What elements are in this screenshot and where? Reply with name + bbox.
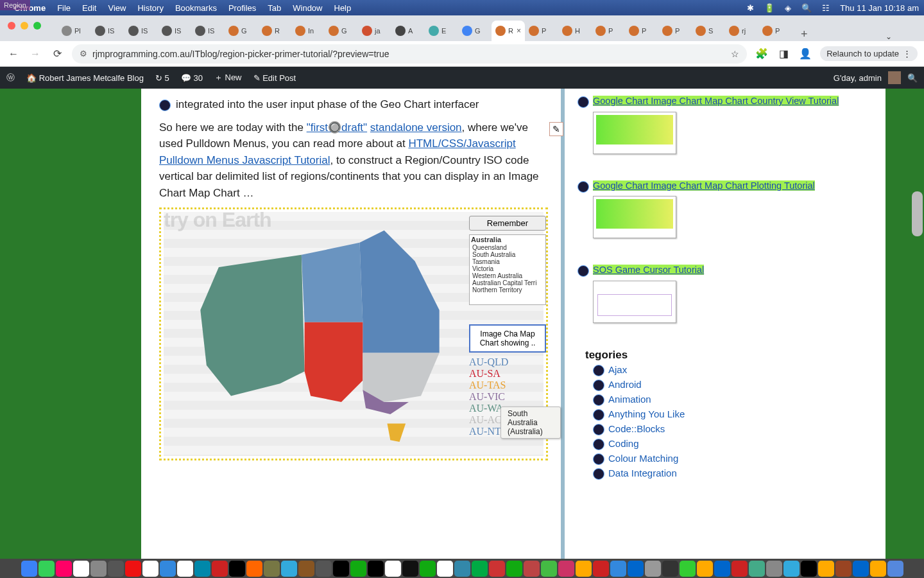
browser-tab[interactable]: IS (191, 21, 225, 41)
browser-tab[interactable]: IS (124, 21, 158, 41)
dock-app-icon[interactable] (316, 561, 332, 577)
category-link[interactable]: Android (593, 379, 873, 391)
dock-app-icon[interactable] (368, 561, 384, 577)
wp-updates[interactable]: ↻ 5 (155, 73, 169, 83)
sidebar-link-1[interactable]: Google Chart Image Chart Map Chart Count… (593, 95, 873, 154)
dock-app-icon[interactable] (333, 561, 349, 577)
region-select[interactable]: AustraliaQueenslandSouth AustraliaTasman… (469, 234, 546, 305)
browser-tab[interactable]: rj (725, 21, 758, 41)
site-info-icon[interactable]: ⚙ (80, 49, 87, 58)
menu-bookmarks[interactable]: Bookmarks (175, 3, 217, 13)
control-center-icon[interactable]: ☷ (822, 3, 830, 13)
dock-app-icon[interactable] (506, 561, 522, 577)
sidebar-thumb-1[interactable] (593, 112, 676, 154)
region-option[interactable]: Victoria (470, 265, 545, 272)
browser-tab[interactable]: S (692, 21, 725, 41)
dock-app-icon[interactable] (385, 561, 401, 577)
menu-profiles[interactable]: Profiles (228, 3, 256, 13)
menubar-clock[interactable]: Thu 11 Jan 10:18 am (840, 3, 919, 13)
browser-tab[interactable]: ja (358, 21, 391, 41)
menu-tab[interactable]: Tab (268, 3, 281, 13)
browser-tab[interactable]: H (558, 21, 592, 41)
browser-tab[interactable]: Pl (58, 21, 91, 41)
region-nsw[interactable] (363, 353, 439, 402)
forward-button[interactable]: → (28, 48, 42, 60)
dock-app-icon[interactable] (350, 561, 366, 577)
browser-tab[interactable]: G (225, 21, 258, 41)
browser-tab[interactable]: IS (158, 21, 191, 41)
dock-app-icon[interactable] (662, 561, 678, 577)
standalone-version-link[interactable]: standalone version (370, 121, 462, 134)
dock-app-icon[interactable] (628, 561, 644, 577)
wifi-icon[interactable]: ◈ (785, 3, 791, 13)
address-bar[interactable]: ⚙ rjmprogramming.com.au/ITblog/region-pi… (72, 44, 747, 64)
dock-app-icon[interactable] (21, 561, 37, 577)
dock-app-icon[interactable] (697, 561, 713, 577)
sidebar-thumb-3[interactable] (593, 281, 676, 323)
wp-greeting[interactable]: G'day, admin (834, 73, 882, 83)
relaunch-button[interactable]: Relaunch to update ⋮ (820, 46, 918, 61)
dock-app-icon[interactable] (90, 561, 107, 577)
wp-edit-post[interactable]: ✎ Edit Post (253, 73, 296, 83)
dock-app-icon[interactable] (437, 561, 453, 577)
wp-search-icon[interactable]: 🔍 (907, 73, 918, 83)
category-link[interactable]: Coding (593, 438, 873, 450)
zoom-window-icon[interactable] (33, 22, 41, 30)
region-option[interactable]: Northern Territory (470, 286, 545, 293)
bluetooth-icon[interactable]: ✱ (747, 3, 754, 13)
dock-app-icon[interactable] (645, 561, 661, 577)
menu-history[interactable]: History (137, 3, 163, 13)
side-panel-icon[interactable]: ◨ (776, 48, 791, 60)
category-link[interactable]: Animation (593, 394, 873, 406)
browser-tab[interactable]: R (258, 21, 291, 41)
dock-app-icon[interactable] (766, 561, 782, 577)
dock-app-icon[interactable] (887, 561, 903, 577)
dock-app-icon[interactable] (853, 561, 869, 577)
minimize-window-icon[interactable] (21, 22, 28, 30)
dock-app-icon[interactable] (298, 561, 314, 577)
dock-app-icon[interactable] (229, 561, 245, 577)
browser-tab[interactable]: P (592, 21, 625, 41)
dock-app-icon[interactable] (541, 561, 557, 577)
browser-tab[interactable]: IS (91, 21, 124, 41)
close-window-icon[interactable] (8, 22, 15, 30)
dock-app-icon[interactable] (454, 561, 470, 577)
browser-tab[interactable]: G (458, 21, 492, 41)
menu-file[interactable]: File (57, 3, 71, 13)
battery-icon[interactable]: 🔋 (764, 3, 774, 13)
region-option[interactable]: South Australia (470, 251, 545, 258)
region-option[interactable]: Queensland (470, 244, 545, 251)
dock-app-icon[interactable] (160, 561, 176, 577)
dock-app-icon[interactable] (246, 561, 262, 577)
menu-window[interactable]: Window (293, 3, 322, 13)
dock-app-icon[interactable] (402, 561, 418, 577)
browser-tab[interactable]: R× (492, 21, 525, 41)
dock-app-icon[interactable] (420, 561, 436, 577)
dock-app-icon[interactable] (714, 561, 730, 577)
dock-app-icon[interactable] (576, 561, 592, 577)
menu-view[interactable]: View (108, 3, 126, 13)
dock-app-icon[interactable] (818, 561, 834, 577)
dock-app-icon[interactable] (38, 561, 55, 577)
extensions-icon[interactable]: 🧩 (755, 48, 769, 60)
menu-edit[interactable]: Edit (82, 3, 96, 13)
browser-tab[interactable]: P (525, 21, 558, 41)
bookmark-star-icon[interactable]: ☆ (731, 49, 739, 59)
mac-dock[interactable] (0, 559, 924, 578)
sidebar-link-3[interactable]: SOS Game Cursor Tutorial (593, 264, 873, 323)
chrome-menu-icon[interactable]: ⋮ (903, 49, 911, 58)
dock-app-icon[interactable] (212, 561, 228, 577)
region-tas[interactable] (387, 423, 406, 442)
first-draft-link[interactable]: "first🔘draft" (307, 121, 367, 134)
close-tab-icon[interactable]: × (517, 26, 521, 35)
wp-site-link[interactable]: 🏠 Robert James Metcalfe Blog (26, 73, 144, 83)
dock-app-icon[interactable] (281, 561, 297, 577)
dock-app-icon[interactable] (749, 561, 765, 577)
wp-logo-icon[interactable]: ⓦ (6, 72, 15, 83)
dock-app-icon[interactable] (558, 561, 574, 577)
sidebar-thumb-2[interactable] (593, 196, 676, 238)
dock-app-icon[interactable] (732, 561, 748, 577)
tab-overflow-button[interactable]: ⌄ (879, 32, 898, 41)
region-wa[interactable] (200, 255, 304, 396)
dock-app-icon[interactable] (801, 561, 817, 577)
